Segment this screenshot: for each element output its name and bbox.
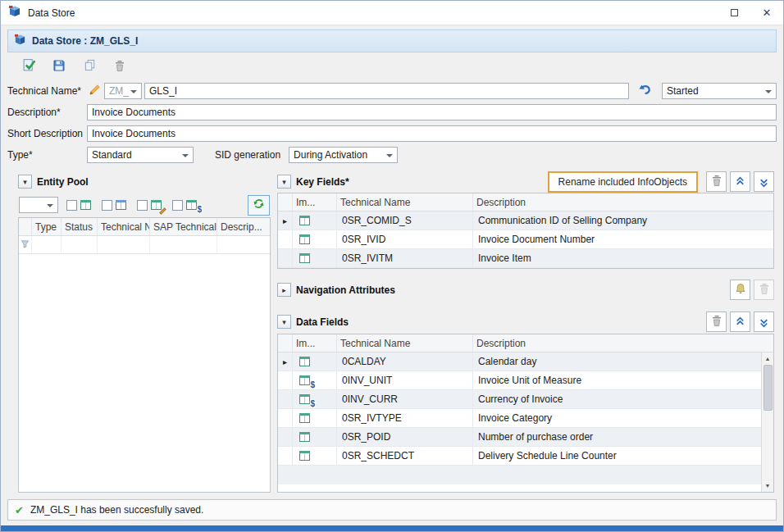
entity-filter-checkbox[interactable] <box>102 200 112 211</box>
table-row[interactable]: $ 0INV_UNIT Invoice Unit of Measure <box>278 371 773 390</box>
scroll-up-button[interactable]: ▲ <box>762 352 774 365</box>
sid-generation-label: SID generation <box>215 149 280 161</box>
short-description-input[interactable] <box>87 125 777 142</box>
column-header[interactable]: Technical Name <box>337 334 473 352</box>
entity-filter-checkbox[interactable] <box>172 200 183 211</box>
table-row[interactable]: $ 0SR_SCHEDCT Delivery Schedule Line Cou… <box>278 447 773 466</box>
description-cell[interactable]: Calendar day <box>473 352 773 371</box>
delete-button[interactable] <box>110 57 130 76</box>
filter-cell[interactable] <box>62 236 98 253</box>
data-fields-move-down-button[interactable] <box>754 311 774 332</box>
navigation-attributes-collapse-button[interactable] <box>277 283 291 297</box>
filter-cell[interactable] <box>150 236 217 253</box>
technical-name-row: Technical Name* ZM_ <box>7 82 777 99</box>
data-fields-title: Data Fields <box>296 316 349 328</box>
description-cell[interactable]: Invoice Unit of Measure <box>473 371 773 389</box>
entity-pool-collapse-button[interactable] <box>18 175 32 189</box>
entity-filter-checkbox[interactable] <box>137 200 148 211</box>
chevron-double-up-icon <box>735 316 745 329</box>
scroll-down-button[interactable]: ▼ <box>762 480 774 492</box>
entity-pool-header: Entity Pool <box>18 171 271 193</box>
main-toolbar <box>7 52 777 80</box>
bell-icon <box>735 283 746 297</box>
chevron-double-down-icon <box>759 175 769 189</box>
header-expander-cell <box>19 218 32 235</box>
key-fields-delete-button[interactable] <box>706 171 727 192</box>
row-focus-cell <box>278 447 293 465</box>
data-fields-collapse-button[interactable] <box>277 315 291 329</box>
technical-name-prefix-combo[interactable]: ZM_ <box>104 83 142 99</box>
entity-filter-group: $ <box>102 199 128 211</box>
entity-pool-grid-body[interactable] <box>19 254 270 492</box>
column-header[interactable]: Descrip... <box>217 218 270 235</box>
filter-funnel-cell[interactable] <box>19 236 32 253</box>
row-focus-cell <box>278 230 293 248</box>
maximize-button[interactable] <box>718 1 750 25</box>
data-fields-move-up-button[interactable] <box>730 311 750 332</box>
table-row[interactable]: $ 0CALDAY Calendar day <box>278 352 773 371</box>
column-header[interactable]: SAP Technical ... <box>150 218 217 235</box>
navigation-attributes-delete-button[interactable] <box>754 280 774 300</box>
description-cell[interactable]: Number of purchase order <box>473 428 773 446</box>
description-cell[interactable]: Invoice Item <box>473 249 773 267</box>
filter-cell[interactable] <box>32 236 62 253</box>
technical-name-input[interactable] <box>144 83 629 99</box>
scrollbar-thumb[interactable] <box>763 365 773 411</box>
column-header[interactable]: Type <box>32 218 62 235</box>
key-fields-collapse-button[interactable] <box>277 175 291 189</box>
technical-name-cell[interactable]: 0SR_IVITM <box>337 249 473 267</box>
table-row[interactable]: $ 0INV_CURR Currency of Invoice <box>278 390 773 409</box>
refresh-button[interactable] <box>248 195 270 216</box>
technical-name-cell[interactable]: 0INV_CURR <box>337 390 473 408</box>
technical-name-cell[interactable]: 0SR_IVTYPE <box>337 409 473 427</box>
filter-cell[interactable] <box>98 236 150 253</box>
undo-icon <box>639 83 652 98</box>
activate-button[interactable] <box>19 57 39 76</box>
table-row[interactable]: $ 0SR_COMID_S Communication ID of Sellin… <box>278 211 773 230</box>
sid-generation-combo[interactable]: During Activation <box>289 147 398 163</box>
description-input[interactable] <box>87 104 777 120</box>
type-combo[interactable]: Standard <box>87 147 194 163</box>
table-row[interactable]: $ 0SR_IVID Invoice Document Number <box>278 230 773 249</box>
data-fields-delete-button[interactable] <box>706 311 727 332</box>
navigation-attributes-bell-button[interactable] <box>730 280 750 300</box>
table-row[interactable]: $ 0SR_POID Number of purchase order <box>278 428 773 447</box>
entity-pool-title: Entity Pool <box>37 176 89 188</box>
edit-pencil-button[interactable] <box>87 84 102 98</box>
description-cell[interactable]: Invoice Category <box>473 409 773 427</box>
description-cell[interactable]: Delivery Schedule Line Counter <box>473 447 773 465</box>
column-header[interactable]: Description <box>473 193 773 211</box>
vertical-scrollbar[interactable]: ▲ ▼ <box>761 352 773 492</box>
entity-pool-type-combo[interactable] <box>19 197 58 213</box>
description-cell[interactable]: Communication ID of Selling Company <box>473 211 773 230</box>
column-header[interactable]: Technical Name <box>337 193 473 211</box>
copy-button[interactable] <box>80 57 99 76</box>
technical-name-cell[interactable]: 0SR_COMID_S <box>337 211 473 230</box>
technical-name-cell[interactable]: 0SR_SCHEDCT <box>337 447 473 465</box>
technical-name-cell[interactable]: 0SR_POID <box>337 428 473 446</box>
column-header[interactable]: Im... <box>293 193 337 211</box>
trash-icon <box>711 315 722 329</box>
save-button[interactable] <box>49 57 69 76</box>
description-cell[interactable]: Currency of Invoice <box>473 390 773 408</box>
table-row[interactable]: $ 0SR_IVITM Invoice Item <box>278 249 773 268</box>
column-header[interactable]: Status <box>62 218 98 235</box>
column-header[interactable]: Technical N... <box>98 218 150 235</box>
status-combo[interactable]: Started <box>662 83 777 99</box>
rename-infoobjects-button[interactable]: Rename included InfoObjects <box>548 171 698 193</box>
key-fields-move-down-button[interactable] <box>754 171 774 192</box>
entity-filter-checkbox[interactable] <box>66 200 77 211</box>
technical-name-cell[interactable]: 0CALDAY <box>337 352 473 371</box>
technical-name-cell[interactable]: 0INV_UNIT <box>337 371 473 389</box>
column-header[interactable]: Description <box>473 334 773 352</box>
entity-filter-icon: $ <box>186 199 198 211</box>
description-cell[interactable]: Invoice Document Number <box>473 230 773 248</box>
close-button[interactable]: ✕ <box>750 1 783 25</box>
key-fields-move-up-button[interactable] <box>730 171 750 192</box>
table-row[interactable]: $ 0SR_IVTYPE Invoice Category <box>278 409 773 428</box>
filter-cell[interactable] <box>217 236 270 253</box>
undo-button[interactable] <box>636 81 655 101</box>
column-header[interactable]: Im... <box>293 334 337 352</box>
technical-name-cell[interactable]: 0SR_IVID <box>337 230 473 248</box>
entity-pool-grid: Type Status Technical N... SAP Technical… <box>18 217 271 493</box>
